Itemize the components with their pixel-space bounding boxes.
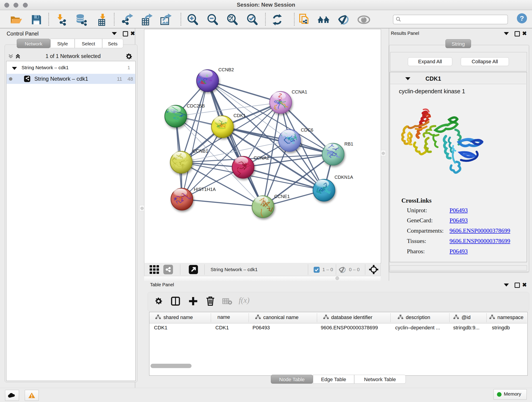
svg-text:RB1: RB1 (344, 141, 353, 147)
svg-text:CDKN1A: CDKN1A (335, 175, 353, 180)
svg-text:CCNA2: CCNA2 (254, 155, 269, 160)
svg-text:CCNE1: CCNE1 (274, 194, 290, 199)
svg-text:CDC25B: CDC25B (187, 103, 205, 108)
svg-text:CDK1: CDK1 (234, 113, 246, 118)
svg-text:HIST1H1A: HIST1H1A (194, 187, 216, 192)
svg-text:CCNA1: CCNA1 (292, 89, 307, 95)
svg-text:CCNB1: CCNB1 (193, 148, 208, 153)
svg-text:CCNB2: CCNB2 (218, 67, 234, 72)
svg-text:CDC6: CDC6 (301, 128, 313, 133)
